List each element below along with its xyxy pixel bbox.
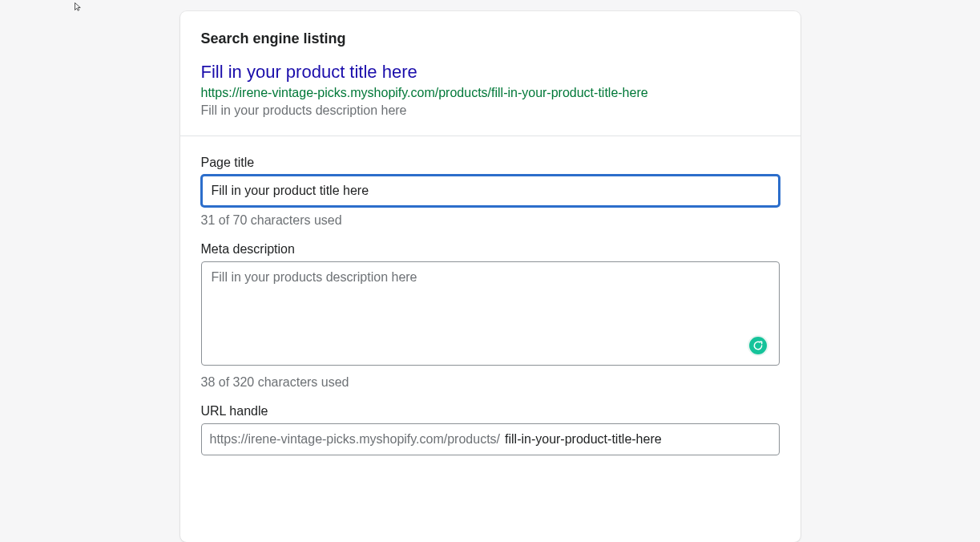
- seo-preview-url: https://irene-vintage-picks.myshopify.co…: [201, 86, 780, 100]
- url-handle-field[interactable]: https://irene-vintage-picks.myshopify.co…: [201, 423, 780, 455]
- meta-description-label: Meta description: [201, 242, 780, 257]
- seo-preview-title: Fill in your product title here: [201, 62, 780, 83]
- page-title-helper: 31 of 70 characters used: [201, 213, 780, 228]
- section-title: Search engine listing: [201, 30, 780, 47]
- meta-description-group: Meta description 38 of 320 characters us…: [201, 242, 780, 390]
- url-handle-prefix: https://irene-vintage-picks.myshopify.co…: [210, 432, 501, 447]
- cursor-icon: [74, 0, 83, 14]
- meta-description-input[interactable]: [201, 261, 780, 366]
- url-handle-label: URL handle: [201, 404, 780, 419]
- page-title-label: Page title: [201, 156, 780, 170]
- seo-listing-card: Search engine listing Fill in your produ…: [180, 11, 801, 542]
- seo-form-section: Page title 31 of 70 characters used Meta…: [180, 136, 801, 473]
- page-title-group: Page title 31 of 70 characters used: [201, 156, 780, 228]
- url-handle-input[interactable]: [505, 431, 770, 448]
- seo-preview-section: Search engine listing Fill in your produ…: [180, 11, 801, 136]
- meta-description-wrapper: [201, 261, 780, 369]
- seo-preview-description: Fill in your products description here: [201, 103, 780, 118]
- grammarly-icon[interactable]: [748, 335, 768, 356]
- url-handle-group: URL handle https://irene-vintage-picks.m…: [201, 404, 780, 455]
- page-title-input[interactable]: [201, 175, 780, 207]
- meta-description-helper: 38 of 320 characters used: [201, 375, 780, 390]
